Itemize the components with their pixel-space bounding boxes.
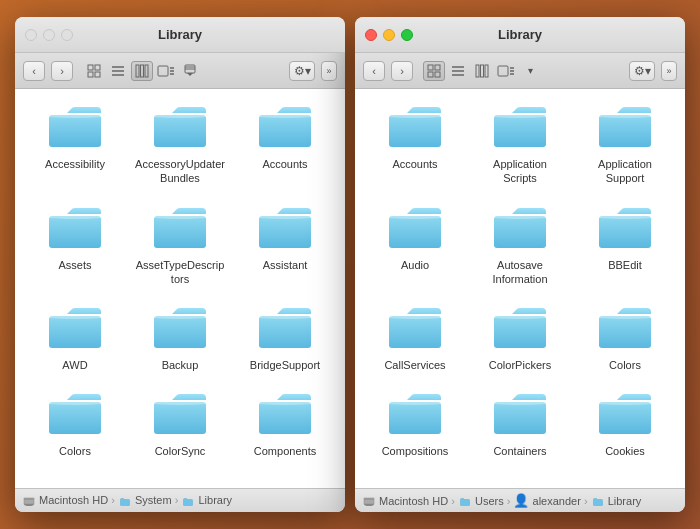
folder-item[interactable]: Cookies [575, 386, 675, 462]
svg-rect-8 [141, 65, 144, 77]
folder-icon [47, 204, 103, 256]
folder-label: Backup [162, 358, 199, 372]
svg-rect-36 [435, 72, 440, 77]
gear-button-1[interactable]: ⚙▾ [289, 61, 315, 81]
view-columns-1[interactable] [131, 61, 153, 81]
minimize-button-2[interactable] [383, 29, 395, 41]
toolbar-1: ‹ › ⚙▾ » [15, 53, 345, 89]
svg-rect-58 [599, 402, 651, 434]
svg-rect-1 [95, 65, 100, 70]
desktop: Library ‹ › [0, 0, 700, 529]
forward-button-2[interactable]: › [391, 61, 413, 81]
window-title-1: Library [158, 27, 202, 42]
view-icon-2[interactable] [423, 61, 445, 81]
view-list-1[interactable] [107, 61, 129, 81]
traffic-lights-1 [25, 29, 73, 41]
folder-item[interactable]: AWD [25, 300, 125, 376]
folder-icon [257, 204, 313, 256]
expand-button-2[interactable]: » [661, 61, 677, 81]
svg-rect-7 [136, 65, 139, 77]
window-title-2: Library [498, 27, 542, 42]
svg-rect-53 [389, 316, 441, 348]
gear-button-2[interactable]: ⚙▾ [629, 61, 655, 81]
folder-label: Autosave Information [475, 258, 565, 287]
folder-item[interactable]: Backup [130, 300, 230, 376]
content-area-1[interactable]: Accessibility AccessoryUpdaterBundles [15, 89, 345, 488]
folder-icon [257, 304, 313, 356]
view-cover-1[interactable] [155, 61, 177, 81]
folder-item[interactable]: ColorPickers [470, 300, 570, 376]
folder-item[interactable]: Accounts [235, 99, 335, 190]
svg-rect-50 [389, 216, 441, 248]
folder-item[interactable]: Colors [575, 300, 675, 376]
svg-rect-19 [154, 115, 206, 147]
folder-item[interactable]: Assistant [235, 200, 335, 291]
folder-item[interactable]: Application Support [575, 99, 675, 190]
folder-status-icon-2 [183, 497, 193, 507]
svg-rect-34 [435, 65, 440, 70]
folder-item[interactable]: BBEdit [575, 200, 675, 291]
view-icon-1[interactable] [83, 61, 105, 81]
folder-item[interactable]: Components [235, 386, 335, 462]
folder-item[interactable]: Application Scripts [470, 99, 570, 190]
content-area-2[interactable]: Accounts Application Scripts [355, 89, 685, 488]
svg-rect-57 [494, 402, 546, 434]
svg-rect-51 [494, 216, 546, 248]
back-button-1[interactable]: ‹ [23, 61, 45, 81]
view-list-2[interactable] [447, 61, 469, 81]
svg-rect-27 [49, 402, 101, 434]
folder-item[interactable]: Accounts [365, 99, 465, 190]
maximize-button-1[interactable] [61, 29, 73, 41]
folder-label: AccessoryUpdaterBundles [135, 157, 225, 186]
folder-item[interactable]: Colors [25, 386, 125, 462]
svg-rect-2 [88, 72, 93, 77]
svg-rect-9 [145, 65, 148, 77]
title-bar-2: Library [355, 17, 685, 53]
view-columns-2[interactable] [471, 61, 493, 81]
folder-item[interactable]: Compositions [365, 386, 465, 462]
svg-marker-17 [187, 73, 193, 76]
status-path-2: Macintosh HD › Users › 👤 alexander › Lib… [379, 493, 641, 508]
folder-label: Colors [609, 358, 641, 372]
svg-rect-3 [95, 72, 100, 77]
folder-item[interactable]: Assets [25, 200, 125, 291]
folder-item[interactable]: Accessibility [25, 99, 125, 190]
svg-rect-47 [389, 115, 441, 147]
folder-item[interactable]: Audio [365, 200, 465, 291]
folder-item[interactable]: AccessoryUpdaterBundles [130, 99, 230, 190]
minimize-button-1[interactable] [43, 29, 55, 41]
view-dropdown-1[interactable] [179, 61, 201, 81]
svg-rect-61 [364, 498, 374, 500]
svg-rect-20 [259, 115, 311, 147]
view-cover-2[interactable] [495, 61, 517, 81]
close-button-1[interactable] [25, 29, 37, 41]
folder-icon [387, 390, 443, 442]
folder-label: Application Support [580, 157, 670, 186]
folder-icon [152, 204, 208, 256]
svg-rect-55 [599, 316, 651, 348]
forward-button-1[interactable]: › [51, 61, 73, 81]
close-button-2[interactable] [365, 29, 377, 41]
folder-item[interactable]: ColorSync [130, 386, 230, 462]
folder-item[interactable]: Containers [470, 386, 570, 462]
back-button-2[interactable]: ‹ [363, 61, 385, 81]
svg-rect-49 [599, 115, 651, 147]
svg-rect-32 [24, 498, 34, 500]
view-dropdown-2[interactable]: ▾ [519, 61, 541, 81]
disk-icon-1 [23, 496, 35, 506]
svg-rect-26 [259, 316, 311, 348]
maximize-button-2[interactable] [401, 29, 413, 41]
folder-item[interactable]: AssetTypeDescriptors [130, 200, 230, 291]
finder-window-1: Library ‹ › [15, 17, 345, 512]
folder-label: AWD [62, 358, 87, 372]
folder-item[interactable]: Autosave Information [470, 200, 570, 291]
svg-rect-23 [259, 216, 311, 248]
folder-icon [152, 304, 208, 356]
disk-icon-2 [363, 496, 375, 506]
folder-item[interactable]: CallServices [365, 300, 465, 376]
folder-icon [257, 390, 313, 442]
folder-item[interactable]: BridgeSupport [235, 300, 335, 376]
statusbar-2: Macintosh HD › Users › 👤 alexander › Lib… [355, 488, 685, 512]
folder-icon [492, 390, 548, 442]
expand-button-1[interactable]: » [321, 61, 337, 81]
